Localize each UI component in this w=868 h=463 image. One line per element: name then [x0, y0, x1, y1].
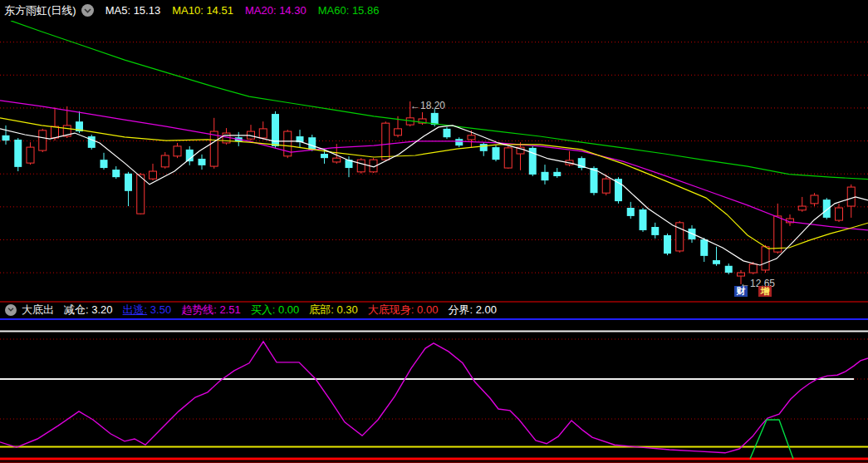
candle[interactable]	[14, 138, 22, 171]
field-qushixian: 趋势线: 2.51	[181, 303, 241, 318]
field-dadixianshen-value: 0.00	[417, 303, 438, 316]
candle[interactable]	[248, 125, 255, 140]
candle[interactable]	[676, 221, 684, 253]
candle[interactable]	[774, 204, 782, 254]
candle[interactable]	[272, 111, 279, 148]
ma10-label: MA10:	[172, 4, 204, 17]
candle[interactable]	[174, 143, 181, 158]
candle[interactable]	[627, 202, 635, 219]
field-chutao-label: 出逃:	[123, 303, 148, 316]
field-fenjie: 分界: 2.00	[448, 303, 497, 318]
candle[interactable]	[444, 127, 451, 139]
field-dadixianshen-label: 大底现身:	[368, 303, 414, 316]
ma10-readout: MA10: 14.51	[172, 4, 233, 17]
stock-title: 东方雨虹(日线)	[4, 3, 76, 18]
candlestick-chart[interactable]	[0, 21, 868, 301]
candle[interactable]	[798, 197, 806, 212]
field-fenjie-label: 分界:	[448, 303, 473, 316]
ma60-line	[11, 21, 868, 180]
ma60-label: MA60:	[318, 4, 350, 17]
app-window: 东方雨虹(日线) MA5: 15.13 MA10: 14.51 MA20: 14…	[0, 0, 868, 463]
candle[interactable]	[738, 270, 745, 284]
ma5-line	[0, 126, 868, 265]
candle[interactable]	[651, 223, 659, 239]
candle[interactable]	[101, 153, 108, 170]
field-dibu: 底部: 0.30	[309, 303, 358, 318]
field-mairu-value: 0.00	[278, 303, 299, 316]
candle[interactable]	[382, 121, 390, 160]
candle[interactable]	[823, 198, 831, 219]
candle[interactable]	[664, 234, 671, 255]
candle[interactable]	[493, 145, 500, 161]
candle[interactable]	[199, 155, 206, 170]
main-chart-header: 东方雨虹(日线) MA5: 15.13 MA10: 14.51 MA20: 14…	[0, 0, 868, 21]
candle[interactable]	[529, 146, 537, 176]
candle[interactable]	[640, 208, 647, 232]
field-chutao: 出逃: 3.50	[123, 303, 172, 318]
candle[interactable]	[553, 168, 561, 178]
indicator-chart[interactable]	[0, 317, 868, 463]
indicator-series-大底现身	[750, 420, 793, 459]
ma10-value: 14.51	[206, 4, 233, 17]
candle[interactable]	[700, 238, 708, 262]
candle[interactable]	[517, 142, 524, 170]
candle[interactable]	[2, 126, 10, 145]
ma60-value: 15.86	[352, 4, 380, 17]
candle[interactable]	[836, 204, 843, 222]
candle[interactable]	[357, 158, 365, 174]
field-fenjie-value: 2.00	[476, 303, 497, 316]
field-dadixianshen: 大底现身: 0.00	[368, 303, 439, 318]
field-dibu-label: 底部:	[309, 303, 334, 316]
chevron-down-icon[interactable]	[5, 304, 17, 316]
candle[interactable]	[542, 165, 549, 185]
ma5-label: MA5:	[105, 4, 130, 17]
candle[interactable]	[284, 130, 292, 158]
candle[interactable]	[259, 121, 267, 140]
field-chutao-value: 3.50	[150, 303, 171, 316]
candle[interactable]	[847, 185, 855, 218]
candle[interactable]	[112, 166, 120, 179]
chevron-down-icon[interactable]	[81, 4, 94, 17]
candle[interactable]	[297, 130, 304, 147]
candle[interactable]	[186, 146, 194, 165]
candle[interactable]	[27, 142, 34, 165]
ma5-readout: MA5: 15.13	[105, 4, 161, 17]
ma20-value: 14.30	[279, 4, 306, 17]
candle[interactable]	[125, 172, 132, 206]
candle[interactable]	[566, 151, 573, 166]
candles	[2, 101, 856, 284]
field-mairu: 买入: 0.00	[251, 303, 300, 318]
candle[interactable]	[406, 101, 414, 126]
indicator-series-趋势线	[0, 342, 868, 453]
signal-badge[interactable]: 财	[734, 286, 748, 297]
ma5-value: 15.13	[134, 4, 161, 17]
field-dibu-value: 0.30	[337, 303, 358, 316]
indicator-header: 大底出 减仓: 3.20 出逃: 3.50 趋势线: 2.51 买入: 0.00…	[0, 301, 868, 317]
ma60-readout: MA60: 15.86	[318, 4, 380, 17]
ma20-label: MA20:	[245, 4, 277, 17]
field-jiancang-label: 减仓:	[64, 303, 89, 316]
field-qushixian-label: 趋势线:	[181, 303, 217, 316]
candle[interactable]	[578, 156, 586, 170]
candle[interactable]	[811, 193, 818, 206]
candle[interactable]	[787, 214, 794, 226]
candle[interactable]	[480, 142, 488, 156]
field-qushixian-value: 2.51	[219, 303, 240, 316]
candle[interactable]	[713, 247, 720, 266]
ma20-readout: MA20: 14.30	[245, 4, 306, 17]
candle[interactable]	[455, 137, 463, 147]
signal-badge[interactable]: 增	[758, 286, 772, 297]
candle[interactable]	[762, 245, 769, 273]
field-jiancang-value: 3.20	[91, 303, 112, 316]
field-jiancang: 减仓: 3.20	[64, 303, 113, 318]
candle[interactable]	[51, 107, 59, 140]
candle[interactable]	[161, 152, 169, 169]
indicator-name: 大底出	[22, 303, 54, 318]
candle[interactable]	[88, 135, 96, 150]
candle[interactable]	[504, 146, 512, 169]
candle[interactable]	[39, 129, 47, 152]
field-mairu-label: 买入:	[251, 303, 276, 316]
candle[interactable]	[150, 164, 157, 180]
